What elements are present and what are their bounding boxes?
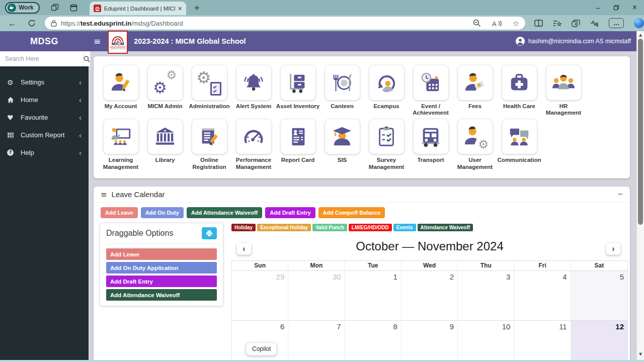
heart-icon: ♥ [7,114,17,121]
add-draft-entry-button[interactable]: Add Draft Entry [265,207,315,218]
user-menu[interactable]: hashim@micmindia.com AS micmstaff [516,37,631,46]
calendar-legend: Holiday Exceptional Holiday Valid Punch … [231,224,628,231]
sidebar-item-custom-report[interactable]: Custom Report ‹ [0,126,89,144]
app-ecampus[interactable] [369,65,405,101]
app-health-care[interactable] [502,65,537,101]
add-leave-button[interactable]: Add Leave [101,207,138,218]
calendar-day-cell[interactable]: 11 [514,321,571,362]
app-sis[interactable] [325,119,360,154]
school-logo-subtext: ...Software Solutions [110,47,126,50]
app-my-account[interactable] [103,65,139,101]
zoom-out-icon[interactable] [473,19,481,27]
drag-add-leave[interactable]: Add Leave [106,248,217,260]
app-label: Performance Management [231,157,276,170]
sidebar-item-favourite[interactable]: ♥ Favourite ‹ [0,109,89,126]
browser-profile-button[interactable]: Work [5,2,40,14]
calendar-day-cell[interactable]: 3 [458,271,514,321]
calendar-day-cell[interactable]: 4 [514,271,571,321]
day-header: Wed [401,261,458,270]
calendar-prev-button[interactable]: ‹ [236,242,252,255]
address-bar[interactable]: https://test.edusprint.in/mdsg/Dashboard… [45,17,525,30]
add-attendance-waiveoff-button[interactable]: Add Attendance Waiveoff [187,207,262,218]
app-survey-management[interactable] [369,119,405,154]
gear-icon: ⚙ [153,80,167,96]
app-learning-management[interactable] [103,119,139,154]
favorites-list-icon[interactable] [553,20,561,27]
app-performance-management[interactable] [236,119,272,154]
tab-actions-icon[interactable] [70,4,77,12]
app-library[interactable] [147,119,183,154]
calendar-day-cell[interactable]: 10 [458,321,514,362]
copilot-icon[interactable] [634,18,644,28]
calendar-day-cell[interactable]: 2 [401,271,458,321]
print-button[interactable] [202,227,217,239]
gear-icon: ⚙ [478,139,489,150]
calendar-day-cell[interactable]: 7 [288,321,345,362]
page-scrollbar[interactable]: ▲ ▼ [636,31,644,360]
calendar-day-cell[interactable]: 5 [571,271,627,321]
scroll-up-icon[interactable]: ▲ [637,33,644,37]
browser-toolbar: ← https://test.edusprint.in/mdsg/Dashboa… [0,15,644,31]
app-communication[interactable] [502,119,537,154]
sidebar-search-input[interactable] [0,51,83,66]
app-report-card[interactable] [280,119,316,154]
refresh-button[interactable] [28,19,36,27]
app-alert-system[interactable] [236,65,272,101]
drag-add-attendance-waiveoff[interactable]: Add Attendance Waiveoff [106,289,217,301]
calendar-area: Holiday Exceptional Holiday Valid Punch … [231,224,628,362]
drag-add-on-duty-application[interactable]: Add On Duty Application [106,262,217,274]
app-fees[interactable] [457,65,493,101]
workspaces-icon[interactable] [51,4,59,12]
collections-icon[interactable] [572,20,580,27]
calendar-day-cell-today[interactable]: 12 [571,321,627,362]
calendar-day-cell[interactable]: 1 [345,271,401,321]
split-screen-icon[interactable] [534,20,543,27]
leave-calendar-panel: ≡ Leave Calendar − Add Leave Add On Duty… [94,187,630,362]
calendar-day-cell[interactable]: 9 [401,321,458,362]
user-avatar-icon [516,37,525,46]
calendar-day-cell[interactable]: 8 [345,321,401,362]
url-text: https://test.edusprint.in/mdsg/Dashboard [61,20,473,27]
calendar-day-cell[interactable]: 30 [288,271,345,321]
read-aloud-icon[interactable]: A [492,20,502,27]
collapse-panel-icon[interactable]: − [618,190,623,199]
back-button[interactable]: ← [8,19,17,28]
window-minimize-button[interactable]: – [596,4,600,11]
app-event-achievement[interactable] [413,65,449,101]
drag-add-draft-entry[interactable]: Add Draft Entry [106,276,217,287]
app-administration[interactable]: ⚙ [192,65,227,101]
calendar-day-cell[interactable]: 29 [232,271,288,321]
sidebar-item-help[interactable]: ? Help ‹ [0,144,89,161]
add-on-duty-button[interactable]: Add On Duty [141,207,184,218]
app-asset-inventory[interactable] [280,65,316,101]
sidebar-item-home[interactable]: Home ‹ [0,91,89,109]
main-content: My Account ⚙⚙ MICM Admin ⚙ Administratio… [89,51,644,362]
sidebar-toggle-icon[interactable]: ≡ [94,36,101,46]
app-transport[interactable] [413,119,449,154]
copilot-floating-button[interactable]: Copilot [246,342,277,355]
brand-logo[interactable]: MDSG [30,36,58,46]
app-online-registration[interactable] [192,119,227,154]
tab-close-icon[interactable]: × [178,5,182,12]
new-tab-button[interactable]: + [194,3,200,13]
app-micm-admin[interactable]: ⚙⚙ [147,65,183,101]
app-label: HR Management [541,103,586,116]
app-label: Alert System [231,103,276,110]
settings-menu-icon[interactable]: … [609,18,624,28]
window-close-button[interactable]: × [632,4,637,12]
gear-icon: ⚙ [166,69,177,81]
scrollbar-thumb[interactable] [638,39,643,225]
browser-tab-active[interactable]: Eduprint | Dashboard | MICM De × [90,2,186,15]
app-user-management[interactable]: ⚙ [457,119,493,154]
favorite-star-icon[interactable]: ☆ [513,20,519,27]
sidebar-item-settings[interactable]: ⚙ Settings ‹ [0,73,89,91]
scroll-down-icon[interactable]: ▼ [637,352,644,356]
browser-essentials-icon[interactable] [590,20,599,27]
calendar-next-button[interactable]: › [606,242,621,255]
app-hr-management[interactable] [546,65,582,101]
app-label: Transport [409,157,453,163]
calendar-day-cell[interactable]: 6 [232,321,288,362]
app-canteen[interactable] [325,65,360,101]
add-compoff-balance-button[interactable]: Add Compoff Balance [318,207,385,218]
window-maximize-button[interactable] [613,5,619,11]
